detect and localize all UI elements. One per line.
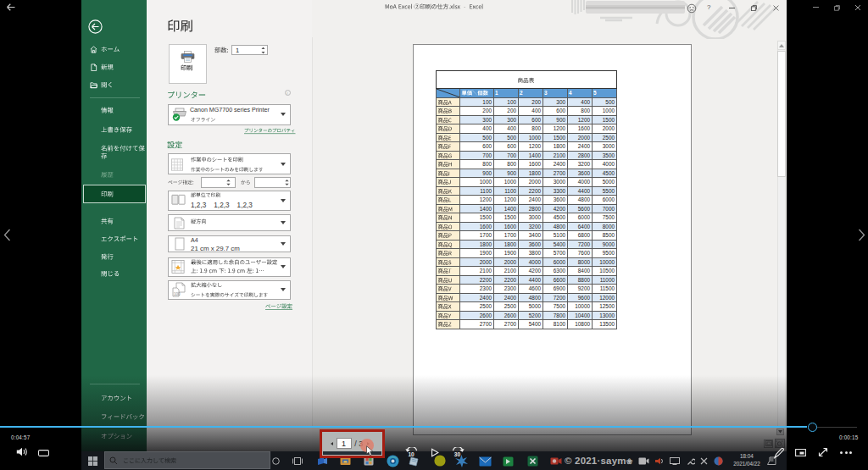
svg-text:30: 30 <box>454 451 461 457</box>
svg-text:10: 10 <box>408 451 415 457</box>
svg-text:100: 100 <box>174 292 181 296</box>
